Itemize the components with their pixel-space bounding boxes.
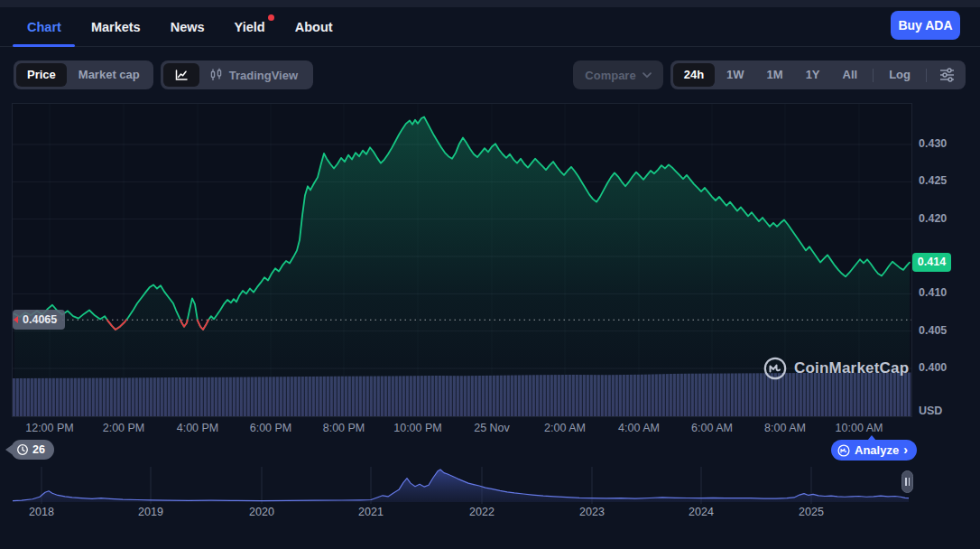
range-toggle: 24h 1W 1M 1Y All Log (670, 60, 966, 89)
chart-settings-button[interactable] (931, 68, 963, 82)
range-option-all[interactable]: All (832, 63, 869, 87)
divider (873, 69, 874, 82)
navigator-year-label: 2021 (358, 506, 384, 518)
x-axis-label: 10:00 PM (393, 422, 442, 434)
y-axis-label: 0.410 (919, 286, 947, 299)
navigator-year-label: 2024 (689, 506, 714, 518)
tab-news[interactable]: News (171, 7, 205, 46)
coinmarketcap-watermark: CoinMarketCap (763, 357, 909, 380)
candlestick-icon (209, 68, 223, 82)
navigator-year-label: 2023 (579, 506, 605, 518)
y-axis-label: 0.425 (919, 174, 947, 187)
time-axis: 12:00 PM2:00 PM4:00 PM6:00 PM8:00 PM10:0… (13, 422, 911, 438)
x-axis-label: 4:00 AM (618, 422, 660, 434)
x-axis-label: 8:00 PM (323, 422, 365, 434)
navigator-year-label: 2018 (29, 506, 54, 518)
sliders-icon (939, 68, 955, 82)
line-chart-toggle[interactable] (163, 63, 199, 87)
x-axis-label: 4:00 PM (177, 422, 219, 434)
navigator-chart[interactable] (13, 467, 911, 504)
tab-chart[interactable]: Chart (27, 7, 61, 46)
history-badge[interactable]: 26 (11, 440, 54, 460)
metric-option-marketcap[interactable]: Market cap (68, 63, 151, 87)
navigator-year-label: 2025 (799, 506, 824, 518)
range-option-24h[interactable]: 24h (673, 63, 715, 87)
metric-option-price[interactable]: Price (16, 63, 67, 87)
x-axis-label: 8:00 AM (764, 422, 806, 434)
chart-toolbar: Price Market cap TradingView Compare (14, 60, 966, 90)
navigator-handle[interactable] (901, 470, 913, 493)
x-axis-label: 2:00 AM (544, 422, 586, 434)
y-axis-label: 0.430 (919, 137, 947, 150)
open-price-label: 0.4065 (13, 310, 65, 330)
tab-about[interactable]: About (295, 7, 333, 46)
x-axis-label: 6:00 AM (691, 422, 733, 434)
y-axis-label: 0.405 (919, 324, 947, 337)
buy-ada-button[interactable]: Buy ADA (891, 11, 960, 40)
navigator-year-label: 2019 (138, 506, 163, 518)
range-option-1m[interactable]: 1M (756, 63, 794, 87)
navigator-year-label: 2022 (469, 506, 495, 518)
log-scale-toggle[interactable]: Log (878, 63, 921, 87)
chart-type-toggle: TradingView (161, 60, 313, 89)
metric-toggle: Price Market cap (14, 60, 153, 89)
tab-yield[interactable]: Yield (235, 7, 265, 46)
coinmarketcap-logo-icon (763, 357, 787, 380)
x-axis-label: 10:00 AM (836, 422, 883, 434)
coin-nav-tabs: Chart Markets News Yield About (0, 7, 980, 47)
chevron-down-icon (643, 72, 652, 79)
compare-button[interactable]: Compare (573, 60, 662, 89)
top-strip (0, 0, 980, 7)
coinmarketcap-logo-icon (837, 444, 850, 457)
navigator-years: 20182019202020212022202320242025 (13, 506, 911, 520)
line-chart-icon (174, 68, 189, 82)
range-option-1y[interactable]: 1Y (795, 63, 831, 87)
below-fold-partial-text: 0.4138 (126, 543, 514, 549)
x-axis-label: 25 Nov (474, 422, 510, 434)
x-axis-label: 2:00 PM (103, 422, 145, 434)
current-price-badge: 0.414 (912, 253, 951, 272)
x-axis-label: 12:00 PM (25, 422, 74, 434)
y-axis-label: 0.400 (919, 361, 947, 374)
x-axis-label: 6:00 PM (250, 422, 292, 434)
divider (926, 69, 927, 82)
range-option-1w[interactable]: 1W (716, 63, 755, 87)
tradingview-toggle[interactable]: TradingView (200, 64, 310, 86)
navigator-year-label: 2020 (249, 506, 274, 518)
axis-unit-label: USD (919, 405, 942, 417)
chevron-right-icon: › (903, 443, 908, 456)
history-clock-icon (16, 443, 29, 456)
baseline-caret-icon (14, 316, 18, 323)
notification-dot (268, 14, 274, 21)
analyze-button[interactable]: Analyze › (831, 440, 917, 461)
tab-markets[interactable]: Markets (91, 7, 141, 46)
y-axis-label: 0.420 (919, 212, 947, 225)
